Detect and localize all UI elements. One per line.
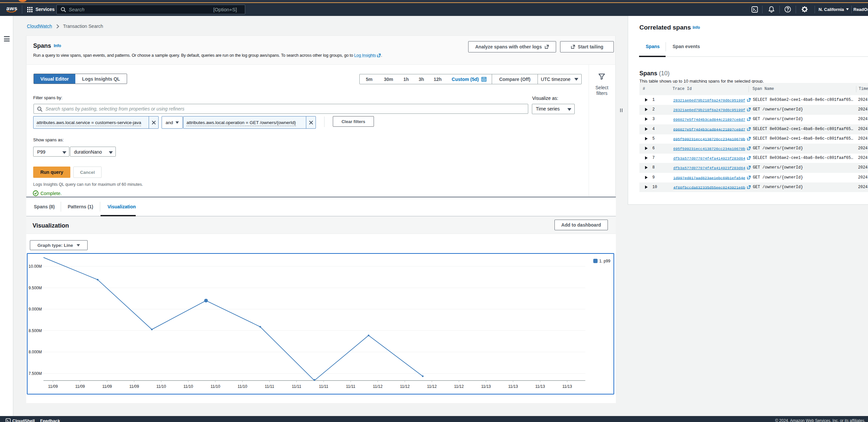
svg-text:11/10: 11/10 [184,384,193,389]
svg-text:11/10: 11/10 [156,384,166,389]
svg-text:9.000M: 9.000M [29,307,42,312]
svg-text:8.500M: 8.500M [29,328,42,333]
svg-text:11/12: 11/12 [454,384,464,389]
svg-text:11/12: 11/12 [400,384,409,389]
svg-text:9.500M: 9.500M [29,286,42,290]
svg-text:11/12: 11/12 [373,384,382,389]
svg-text:11/11: 11/11 [265,384,274,389]
svg-text:11/12: 11/12 [427,384,437,389]
svg-text:1. p99: 1. p99 [599,259,611,263]
svg-text:11/09: 11/09 [75,384,85,389]
svg-text:11/13: 11/13 [481,384,491,389]
svg-text:11/13: 11/13 [508,384,518,389]
svg-text:11/09: 11/09 [102,384,112,389]
svg-text:8.000M: 8.000M [29,350,42,354]
svg-text:11/09: 11/09 [48,384,58,389]
svg-text:11/11: 11/11 [292,384,302,389]
svg-text:10.00M: 10.00M [29,264,42,269]
svg-text:11/10: 11/10 [210,384,220,389]
svg-text:11/13: 11/13 [562,384,572,389]
svg-text:7.500M: 7.500M [29,371,42,376]
svg-text:11/09: 11/09 [129,384,139,389]
svg-text:11/10: 11/10 [238,384,247,389]
svg-text:11/13: 11/13 [535,384,545,389]
svg-text:11/11: 11/11 [346,384,356,389]
svg-text:11/11: 11/11 [319,384,329,389]
